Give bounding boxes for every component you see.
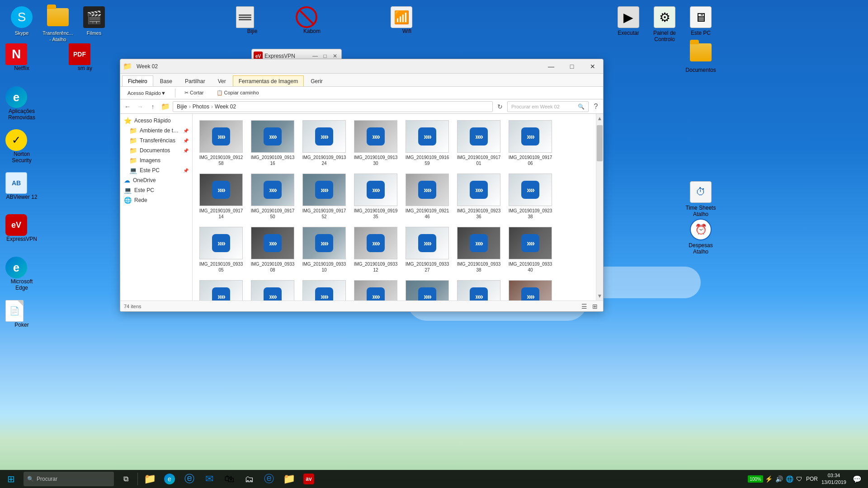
taskbar-store[interactable]: 🛍 xyxy=(219,470,239,488)
tab-gerir[interactable]: Gerir xyxy=(305,75,329,86)
desktop-icon-painel[interactable]: ⚙ Painel de Controlo xyxy=(646,4,683,45)
file-item[interactable]: »»IMG_20190109_091750 xyxy=(248,171,297,222)
taskbar-taskview[interactable]: ⧉ xyxy=(116,470,136,488)
file-item[interactable]: »»IMG_20190109_093402 xyxy=(196,277,246,300)
tab-partilhar[interactable]: Partilhar xyxy=(179,75,211,86)
back-button[interactable]: ← xyxy=(122,101,133,112)
taskbar-files2[interactable]: 🗂 xyxy=(239,470,259,488)
file-item[interactable]: »»IMG_20190109_095006 xyxy=(505,277,555,300)
desktop-icon-transferencias[interactable]: Transferênc... - Atalho xyxy=(40,4,76,46)
taskbar-folder[interactable]: 📁 xyxy=(140,470,160,488)
file-item[interactable]: »»IMG_20190109_091316 xyxy=(248,117,297,169)
close-button[interactable]: ✕ xyxy=(582,59,603,74)
breadcrumb-photos[interactable]: Photos xyxy=(193,103,209,110)
sidebar-item-transferencias[interactable]: 📁 Transferências 📌 xyxy=(120,136,192,145)
desktop-icon-wifi[interactable]: 📶 Wifi xyxy=(389,4,425,37)
file-item[interactable]: »»IMG_20190109_094859 xyxy=(248,277,297,300)
file-item[interactable]: »»IMG_20190109_093310 xyxy=(299,224,349,276)
file-item[interactable]: »»IMG_20190109_093305 xyxy=(196,224,246,276)
sidebar-item-acesso-rapido[interactable]: ⭐ Acesso Rápido xyxy=(120,116,192,126)
ribbon-copy[interactable]: 📋 Copiar caminho xyxy=(213,89,263,97)
file-item[interactable]: »»IMG_20190109_091258 xyxy=(196,117,246,169)
file-item[interactable]: »»IMG_20190109_091752 xyxy=(299,171,349,222)
desktop-icon-skype[interactable]: S Skype xyxy=(4,4,40,39)
desktop-icon-smay[interactable]: PDF sm ay xyxy=(67,41,103,74)
language-indicator[interactable]: POR xyxy=(806,476,818,482)
sidebar-item-estepc-2[interactable]: 💻 Este PC xyxy=(120,185,192,195)
file-item[interactable]: »»IMG_20190109_091706 xyxy=(505,117,555,169)
taskbar-av[interactable]: av xyxy=(299,470,319,488)
desktop-icon-abviewer[interactable]: AB ABViewer 12 xyxy=(4,169,40,203)
sidebar-item-onedrive[interactable]: ☁ OneDrive xyxy=(120,175,192,185)
view-details-button[interactable]: ☰ xyxy=(580,302,589,311)
desktop-icon-aplicacoes[interactable]: e Aplicações Removidas xyxy=(4,84,40,123)
start-button[interactable]: ⊞ xyxy=(0,470,22,488)
desktop-icon-msedge[interactable]: e Microsoft Edge xyxy=(4,254,40,294)
file-thumbnail: »» xyxy=(406,174,449,206)
file-item[interactable]: »»IMG_20190109_091935 xyxy=(351,171,401,222)
desktop-icon-filmes[interactable]: 🎬 Filmes xyxy=(76,4,112,39)
notification-button[interactable]: 💬 xyxy=(850,470,864,488)
scroll-down-button[interactable]: ▼ xyxy=(596,291,603,300)
forward-button[interactable]: → xyxy=(135,101,146,112)
ribbon-quick-access[interactable]: Acesso Rápido▼ xyxy=(124,89,170,97)
sidebar-item-rede[interactable]: 🌐 Rede xyxy=(120,195,192,205)
file-item[interactable]: »»IMG_20190109_091330 xyxy=(351,117,401,169)
breadcrumb-bijie[interactable]: Bijie xyxy=(177,103,187,110)
view-grid-button[interactable]: ⊞ xyxy=(590,302,599,311)
file-item[interactable]: »»IMG_20190109_092336 xyxy=(454,171,504,222)
desktop-icon-executar[interactable]: ▶ Executar xyxy=(610,4,646,39)
desktop-icon-norton[interactable]: ✓ Norton Security xyxy=(4,127,40,166)
desktop-icon-documentos[interactable]: Documentos xyxy=(683,41,719,76)
maximize-button[interactable]: □ xyxy=(561,59,582,74)
minimize-button[interactable]: — xyxy=(541,59,561,74)
scroll-thumb[interactable] xyxy=(597,125,603,161)
file-item[interactable]: »»IMG_20190109_092146 xyxy=(402,171,452,222)
up-button[interactable]: ↑ xyxy=(147,101,158,112)
taskbar-search[interactable]: 🔍 Procurar xyxy=(24,472,114,486)
sidebar-item-ambiente[interactable]: 📁 Ambiente de tra... 📌 xyxy=(120,126,192,136)
refresh-button[interactable]: ↻ xyxy=(495,101,505,112)
desktop-icon-estepc[interactable]: 🖥 Este PC xyxy=(683,4,719,39)
desktop-icon-expressvpn[interactable]: eV ExpressVPN xyxy=(4,211,40,245)
tab-ficheiro[interactable]: Ficheiro xyxy=(122,75,153,86)
file-item[interactable]: »»IMG_20190109_093327 xyxy=(402,224,452,276)
taskbar-ie[interactable]: ⓔ xyxy=(179,470,199,488)
sidebar-item-imagens[interactable]: 📁 Imagens xyxy=(120,155,192,165)
file-item[interactable]: »»IMG_20190109_094945 xyxy=(351,277,401,300)
ribbon-paste[interactable]: ✂ Cortar xyxy=(181,89,208,97)
file-item[interactable]: »»IMG_20190109_094952 xyxy=(454,277,504,300)
tab-ver[interactable]: Ver xyxy=(212,75,232,86)
file-item[interactable]: »»IMG_20190109_092338 xyxy=(505,171,555,222)
file-item[interactable]: »»IMG_20190109_094948 xyxy=(402,277,452,300)
file-item[interactable]: »»IMG_20190109_093340 xyxy=(505,224,555,276)
file-item[interactable]: »»IMG_20190109_091324 xyxy=(299,117,349,169)
breadcrumb-week02[interactable]: Week 02 xyxy=(215,103,236,110)
sidebar-item-estepc-1[interactable]: 💻 Este PC 📌 xyxy=(120,165,192,175)
sidebar-item-documentos[interactable]: 📁 Documentos 📌 xyxy=(120,145,192,155)
address-path[interactable]: Bijie › Photos › Week 02 xyxy=(173,101,493,112)
tab-base[interactable]: Base xyxy=(154,75,178,86)
scroll-up-button[interactable]: ▲ xyxy=(596,114,603,123)
desktop-icon-bijie[interactable]: Bijie xyxy=(234,4,270,37)
file-item[interactable]: »»IMG_20190109_094903 xyxy=(299,277,349,300)
taskbar-edge[interactable]: e xyxy=(160,470,179,488)
desktop-icon-kabom[interactable]: Kabom xyxy=(294,4,330,37)
search-box[interactable]: Procurar em Week 02 🔍 xyxy=(507,101,589,112)
desktop-icon-poker[interactable]: 📄 Poker xyxy=(4,297,40,331)
desktop-icon-despesas[interactable]: ⏰ Despesas Atalho xyxy=(683,216,719,258)
taskbar-outlook[interactable]: ✉ xyxy=(199,470,219,488)
desktop-icon-timesheets[interactable]: ⏱ Time Sheets Atalho xyxy=(683,178,719,220)
scrollbar[interactable]: ▲ ▼ xyxy=(596,114,603,300)
help-button[interactable]: ? xyxy=(590,101,601,112)
file-item[interactable]: »»IMG_20190109_093308 xyxy=(248,224,297,276)
desktop-icon-netflix[interactable]: N Netflix xyxy=(4,41,40,74)
taskbar-ie2[interactable]: ⓔ xyxy=(259,470,279,488)
file-item[interactable]: »»IMG_20190109_093338 xyxy=(454,224,504,276)
file-item[interactable]: »»IMG_20190109_091701 xyxy=(454,117,504,169)
taskbar-explorer2[interactable]: 📁 xyxy=(279,470,299,488)
file-item[interactable]: »»IMG_20190109_091714 xyxy=(196,171,246,222)
file-item[interactable]: »»IMG_20190109_093312 xyxy=(351,224,401,276)
tab-ferramentas-imagem[interactable]: Ferramentas de Imagem xyxy=(233,75,304,86)
file-item[interactable]: »»IMG_20190109_091659 xyxy=(402,117,452,169)
